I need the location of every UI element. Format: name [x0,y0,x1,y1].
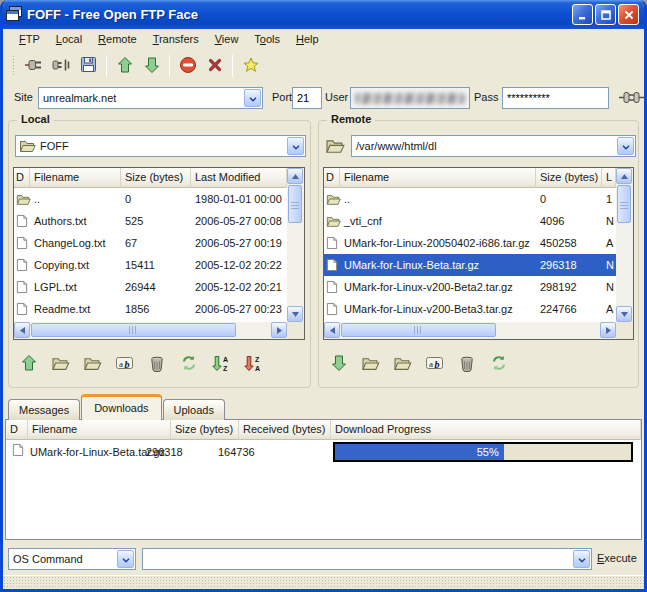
scrollbar-thumb[interactable] [288,185,302,223]
maximize-button[interactable] [595,4,616,25]
user-input[interactable] [350,87,470,109]
minimize-button[interactable] [572,4,593,25]
upload-button[interactable] [111,53,138,79]
column-header-size[interactable]: Size (bytes) [171,420,239,440]
menu-ftp[interactable]: FTP [11,31,48,47]
horizontal-scrollbar[interactable] [324,322,616,339]
local-path-combo[interactable]: FOFF [15,135,306,157]
file-row[interactable]: UMark-for-Linux-Beta.tar.gz296318N [324,254,616,276]
local-open-folder-button[interactable] [47,351,74,377]
scrollbar-thumb[interactable] [31,323,236,337]
menu-transfers[interactable]: Transfers [145,31,207,47]
remote-download-button[interactable] [325,351,352,377]
vertical-scrollbar[interactable] [287,168,304,322]
password-input[interactable] [502,87,609,109]
command-dropdown[interactable] [573,550,590,568]
vertical-scrollbar[interactable] [616,168,633,322]
save-button[interactable] [75,53,102,79]
close-button[interactable] [618,4,639,25]
toolbar-grip[interactable] [12,55,15,77]
download-row[interactable]: UMark-for-Linux-Beta.tar.gz2963181647365… [6,440,641,464]
command-bar: OS Command Execute [3,547,644,573]
connect-toggle-button[interactable] [619,90,644,107]
column-header-filename[interactable]: Filename [340,168,536,188]
remote-new-folder-button[interactable] [389,351,416,377]
execute-button[interactable]: Execute [597,552,637,564]
menu-tools[interactable]: Tools [246,31,288,47]
local-rename-button[interactable]: ab [111,351,138,377]
scroll-down-button[interactable] [616,306,632,322]
column-header-d[interactable]: D [324,168,340,188]
file-row[interactable]: ..01980-01-01 00:00 [14,188,287,210]
scroll-down-button[interactable] [287,306,303,322]
command-input[interactable] [142,548,592,570]
remote-open-folder-button[interactable] [357,351,384,377]
tab-uploads[interactable]: Uploads [163,399,225,420]
file-row[interactable]: Readme.txt18562006-05-27 00:23 [14,298,287,320]
toolbar-separator [169,55,170,77]
file-row[interactable]: ChangeLog.txt672006-05-27 00:19 [14,232,287,254]
local-sort-desc-button[interactable]: ZA [239,351,266,377]
scroll-left-button[interactable] [14,322,30,338]
file-row[interactable]: ..01 [324,188,616,210]
column-header-progress[interactable]: Download Progress [331,420,641,440]
column-header-d[interactable]: D [14,168,30,188]
local-sort-asc-button[interactable]: AZ [207,351,234,377]
column-header-d[interactable]: D [6,420,28,440]
menu-help[interactable]: Help [288,31,327,47]
stop-button[interactable] [174,53,201,79]
local-upload-button[interactable] [15,351,42,377]
local-delete-button[interactable] [143,351,170,377]
disconnect-button[interactable] [48,53,75,79]
file-row[interactable]: Copying.txt154112005-12-02 20:22 [14,254,287,276]
tab-downloads[interactable]: Downloads [81,394,161,420]
os-command-select[interactable]: OS Command [8,548,136,570]
local-new-folder-button[interactable] [79,351,106,377]
connect-button[interactable] [21,53,48,79]
scroll-right-button[interactable] [271,322,287,338]
scroll-right-button[interactable] [600,322,616,338]
folder-icon [393,356,412,373]
remote-delete-button[interactable] [453,351,480,377]
column-header-filename[interactable]: Filename [28,420,171,440]
file-row[interactable]: _vti_cnf4096N [324,210,616,232]
scrollbar-thumb[interactable] [341,323,496,337]
scroll-left-button[interactable] [324,322,340,338]
file-row[interactable]: LGPL.txt269442005-12-02 20:21 [14,276,287,298]
file-icon [324,236,340,250]
horizontal-scrollbar[interactable] [14,322,287,339]
site-combo-dropdown[interactable] [244,89,261,107]
column-header-modified[interactable]: L [602,168,616,188]
file-row[interactable]: UMark-for-Linux-v200-Beta2.tar.gz298192N [324,276,616,298]
port-input[interactable] [292,87,322,109]
remote-path-dropdown[interactable] [617,137,634,155]
file-row[interactable]: UMark-for-Linux-v200-Beta3.tar.gz224766A [324,298,616,320]
file-row[interactable]: UMark-for-Linux-20050402-i686.tar.gz4502… [324,232,616,254]
column-header-modified[interactable]: Last Modified [191,168,287,188]
file-name: Readme.txt [30,303,121,315]
download-button[interactable] [138,53,165,79]
local-refresh-button[interactable] [175,351,202,377]
menu-local[interactable]: Local [48,31,90,47]
file-name: LGPL.txt [30,281,121,293]
os-command-dropdown[interactable] [117,550,134,568]
remote-refresh-button[interactable] [485,351,512,377]
file-row[interactable]: Authors.txt5252006-05-27 00:08 [14,210,287,232]
column-header-filename[interactable]: Filename [30,168,121,188]
column-header-size[interactable]: Size (bytes) [121,168,191,188]
local-path-dropdown[interactable] [287,137,304,155]
menu-remote[interactable]: Remote [90,31,145,47]
scroll-up-button[interactable] [287,168,303,184]
scrollbar-thumb[interactable] [617,185,631,223]
menu-view[interactable]: View [207,31,247,47]
title-bar[interactable]: FOFF - Free Open FTP Face [0,0,647,29]
column-header-received[interactable]: Received (bytes) [239,420,331,440]
tab-messages[interactable]: Messages [8,399,80,420]
remote-path-combo[interactable]: /var/www/html/dl [351,135,636,157]
favorites-button[interactable] [237,53,264,79]
abort-button[interactable] [201,53,228,79]
site-combo[interactable]: unrealmark.net [38,87,263,109]
column-header-size[interactable]: Size (bytes) [536,168,602,188]
remote-rename-button[interactable]: ab [421,351,448,377]
scroll-up-button[interactable] [616,168,632,184]
